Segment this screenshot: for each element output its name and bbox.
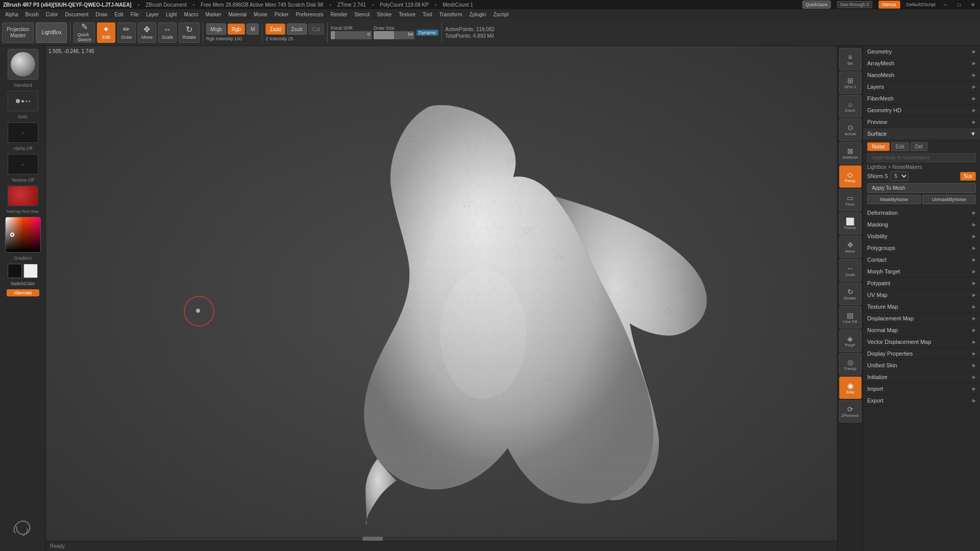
menu-texture-map[interactable]: Texture Map ▶ [863, 301, 980, 313]
menu-texture[interactable]: Texture [396, 11, 419, 18]
lightbox-button[interactable]: LightBox [36, 22, 67, 43]
surface-header[interactable]: Surface ▼ [863, 128, 980, 139]
icon-btn-solo[interactable]: ◉ Solo [839, 377, 862, 399]
scale-button[interactable]: ↔ Scale [158, 22, 177, 43]
alpha-preview[interactable]: ▪ [8, 122, 38, 143]
suv-button[interactable]: Suv [960, 172, 976, 181]
projection-master-button[interactable]: ProjectionMaster [2, 22, 34, 43]
menu-masking[interactable]: Masking ▶ [863, 219, 980, 231]
3d-canvas[interactable] [46, 46, 837, 551]
menu-polypaint[interactable]: Polypaint ▶ [863, 278, 980, 289]
menu-geometry-hd[interactable]: Geometry HD ▶ [863, 105, 980, 116]
quick-sketch-button[interactable]: ✎ QuickSketch [74, 22, 95, 43]
icon-btn-linefill[interactable]: ▤ Line Fill [839, 306, 862, 329]
see-through-control[interactable]: See-through 0 [837, 1, 872, 8]
rotate-button[interactable]: ↻ Rotate [179, 22, 200, 43]
snorm-dropdown[interactable]: 5 3 7 [890, 171, 909, 181]
menu-picker[interactable]: Picker [272, 11, 292, 18]
menu-display-properties[interactable]: Display Properties ▶ [863, 348, 980, 360]
menu-polygroups[interactable]: Polygroups ▶ [863, 242, 980, 254]
unmask-by-noise-button[interactable]: UnmaskByNoise [922, 195, 976, 204]
draw-size-slider[interactable]: 64 [374, 31, 414, 39]
icon-btn-zoom[interactable]: ⌕ Zoom [839, 95, 862, 117]
apply-to-mesh-button[interactable]: Apply To Mesh [867, 183, 976, 193]
menu-unified-skin[interactable]: Unified Skin ▶ [863, 360, 980, 371]
menu-export[interactable]: Export ▶ [863, 395, 980, 407]
dynamic-badge[interactable]: Dynamic [416, 30, 438, 36]
edit-button[interactable]: ✦ Edit [97, 22, 115, 43]
menu-stencil[interactable]: Stencil [351, 11, 373, 18]
m-button[interactable]: M [247, 23, 259, 35]
icon-btn-spix[interactable]: ⊞ SPix 3 [839, 71, 862, 94]
rgb-button[interactable]: Rgb [228, 23, 245, 35]
draw-size-control[interactable]: Draw Size 64 [374, 26, 414, 39]
menu-tool[interactable]: Tool [420, 11, 435, 18]
maximize-icon[interactable]: □ [955, 2, 963, 8]
menu-brush[interactable]: Brush [22, 11, 42, 18]
scroll-thumb[interactable] [362, 537, 383, 541]
menu-preview[interactable]: Preview ▶ [863, 116, 980, 128]
close-icon[interactable]: ✕ [969, 2, 977, 8]
icon-btn-actual[interactable]: ⊙ Actual [839, 118, 862, 141]
icon-btn-polyf[interactable]: ◈ PolyF [839, 330, 862, 352]
menu-render[interactable]: Render [328, 11, 351, 18]
del-noise-button[interactable]: Del [911, 142, 927, 151]
menu-material[interactable]: Material [226, 11, 250, 18]
viewport[interactable] [46, 46, 837, 551]
menu-uv-map[interactable]: UV Map ▶ [863, 289, 980, 301]
menu-marker[interactable]: Marker [202, 11, 224, 18]
menu-stroke[interactable]: Stroke [374, 11, 395, 18]
menu-deformation[interactable]: Deformation ▶ [863, 207, 980, 219]
menu-light[interactable]: Light [163, 11, 180, 18]
menu-visibility[interactable]: Visibility ▶ [863, 231, 980, 242]
menu-zscript[interactable]: Zscript [490, 11, 511, 18]
menu-layer[interactable]: Layer [143, 11, 162, 18]
icon-btn-scale[interactable]: ↔ Scale [839, 259, 862, 282]
menu-import[interactable]: Import ▶ [863, 383, 980, 395]
menu-macro[interactable]: Macro [181, 11, 202, 18]
black-swatch[interactable] [8, 264, 22, 278]
menu-zplugin[interactable]: Zplugin [467, 11, 489, 18]
mask-by-noise-button[interactable]: MaskByNoise [867, 195, 921, 204]
icon-btn-zremesh[interactable]: ⟳ ZRemesh [839, 400, 862, 422]
zsub-button[interactable]: Zsub [287, 23, 306, 35]
menu-displacement-map[interactable]: Displacement Map ▶ [863, 313, 980, 324]
menu-transform[interactable]: Transform [436, 11, 465, 18]
menu-nanomesh[interactable]: NanoMesh ▶ [863, 69, 980, 81]
menu-arraymesh[interactable]: ArrayMesh ▶ [863, 58, 980, 69]
texture-preview[interactable]: ▪ [8, 154, 38, 174]
horizontal-scrollbar[interactable] [46, 537, 837, 541]
menu-draw[interactable]: Draw [92, 11, 110, 18]
menu-preferences[interactable]: Preferences [293, 11, 327, 18]
menu-vector-displacement-map[interactable]: Vector Displacement Map ▶ [863, 336, 980, 348]
icon-btn-transp[interactable]: ◎ Transp [839, 353, 862, 375]
menu-edit[interactable]: Edit [112, 11, 127, 18]
menu-color[interactable]: Color [43, 11, 61, 18]
dot-brush-preview[interactable] [8, 91, 38, 111]
alternate-button[interactable]: Alternate [7, 289, 39, 296]
focal-shift-slider[interactable]: 0 [331, 31, 372, 39]
noise-button[interactable]: Noise [867, 142, 890, 151]
menu-geometry[interactable]: Geometry ▶ [863, 46, 980, 58]
menu-file[interactable]: File [128, 11, 142, 18]
icon-btn-frame[interactable]: ⬜ Frame [839, 212, 862, 235]
menu-alpha[interactable]: Alpha [2, 11, 21, 18]
menu-document[interactable]: Document [62, 11, 92, 18]
menu-contact[interactable]: Contact ▶ [863, 254, 980, 266]
edit-noise-button[interactable]: Edit [891, 142, 909, 151]
menu-movie[interactable]: Movie [251, 11, 271, 18]
mrgb-button[interactable]: Mrgb [206, 23, 226, 35]
color-picker[interactable] [5, 217, 41, 253]
draw-button[interactable]: ✏ Draw [117, 22, 136, 43]
menu-morph-target[interactable]: Morph Target ▶ [863, 266, 980, 278]
menu-normal-map[interactable]: Normal Map ▶ [863, 324, 980, 336]
icon-btn-floor[interactable]: ▭ Floor [839, 189, 862, 211]
icon-btn-bill[interactable]: ≡ Bill [839, 48, 862, 70]
minimize-icon[interactable]: ─ [942, 2, 949, 8]
apply-node-button[interactable]: Apply Node To NoiseMakers [867, 153, 976, 162]
focal-shift-control[interactable]: Focal Shift 0 [331, 26, 372, 39]
icon-btn-aamesh[interactable]: ⊠ AAMesh [839, 142, 862, 164]
material-preview[interactable] [8, 186, 38, 206]
menu-fibermesh[interactable]: FiberMesh ▶ [863, 93, 980, 105]
menus-button[interactable]: Menus [878, 1, 900, 9]
